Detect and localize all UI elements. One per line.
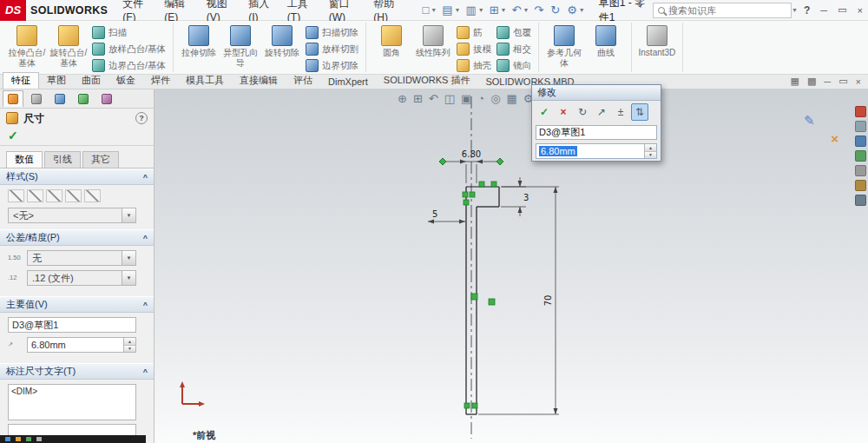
chevron-up-icon[interactable]: ^ xyxy=(143,173,148,182)
sketch-canvas[interactable]: 6.80 5 3 70 xyxy=(155,89,868,443)
tab-evaluate[interactable]: 评估 xyxy=(286,73,320,89)
rebuild-icon[interactable]: ↻ xyxy=(545,3,562,17)
style-dropdown[interactable]: <无> ▼ xyxy=(8,208,136,223)
doc-restore-button[interactable]: ▭ xyxy=(838,76,847,87)
modify-value-spinner[interactable]: ▲ ▼ xyxy=(644,144,656,158)
extrude-cut-button[interactable]: 拉伸切除 xyxy=(178,23,220,58)
dimension-step[interactable] xyxy=(501,177,526,216)
graphics-viewport[interactable]: ⊕ ⊞ ↶ ◫ ▣ ◔ ◎ ▦ ⚙ 6.80 xyxy=(155,89,868,443)
hole-wizard-button[interactable]: 异型孔向导 xyxy=(220,23,261,69)
tab-mold-tools[interactable]: 模具工具 xyxy=(178,73,232,89)
open-doc-caret[interactable]: ▼ xyxy=(455,7,461,13)
right-toolbar-icon-5[interactable] xyxy=(855,165,866,176)
modify-dimension-value-field[interactable]: 6.80mm ▲ ▼ xyxy=(536,143,657,159)
modify-reset-increment-button[interactable]: ↗ xyxy=(593,103,610,121)
chevron-up-icon[interactable]: ^ xyxy=(143,301,148,309)
modify-reverse-sense-button[interactable]: ± xyxy=(612,103,629,121)
dimension-name-field[interactable]: D3@草图1 xyxy=(8,317,136,333)
hide-show-items-icon[interactable]: ◎ xyxy=(490,92,500,105)
precision-dropdown[interactable]: .12 (文件) ▼ xyxy=(27,270,136,286)
modify-dimension-value-text[interactable]: 6.80mm xyxy=(539,146,577,156)
style-add-icon[interactable] xyxy=(27,189,43,202)
print-caret[interactable]: ▼ xyxy=(501,7,507,13)
fillet-button[interactable]: 圆角 xyxy=(371,23,412,58)
view-orientation-icon[interactable]: ▣ xyxy=(461,92,471,105)
rib-button[interactable]: 筋 xyxy=(454,24,494,41)
draft-button[interactable]: 拔模 xyxy=(454,41,494,57)
save-caret[interactable]: ▼ xyxy=(478,7,484,13)
app-restore-button[interactable]: ▭ xyxy=(832,4,852,16)
tab-dimxpert[interactable]: DimXpert xyxy=(320,76,376,89)
dimension-value-field[interactable]: 6.80mm ▲ ▼ xyxy=(27,337,136,353)
mirror-button[interactable]: 镜向 xyxy=(494,57,534,74)
swept-boss-button[interactable]: 扫描 xyxy=(89,24,168,41)
boundary-cut-button[interactable]: 边界切除 xyxy=(303,57,361,74)
dim-text-offset[interactable]: 5 xyxy=(432,209,437,219)
cancel-sketch-icon[interactable]: × xyxy=(831,131,838,146)
spinner-down-icon[interactable]: ▼ xyxy=(124,346,135,353)
spinner-up-icon[interactable]: ▲ xyxy=(645,144,656,152)
right-toolbar-icon-3[interactable] xyxy=(855,136,866,147)
displaymanager-tab[interactable] xyxy=(96,90,117,107)
boundary-boss-button[interactable]: 边界凸台/基体 xyxy=(89,57,168,74)
exit-sketch-icon[interactable]: ✎ xyxy=(804,113,815,129)
featuremanager-tab[interactable] xyxy=(26,90,47,107)
lofted-boss-button[interactable]: 放样凸台/基体 xyxy=(89,41,168,57)
modify-accept-button[interactable]: ✓ xyxy=(536,103,553,121)
right-toolbar-icon-7[interactable] xyxy=(855,195,866,206)
tolerance-dropdown[interactable]: 无 ▼ xyxy=(27,250,136,266)
right-toolbar-icon-1[interactable] xyxy=(855,106,866,117)
dimension-text-input[interactable]: <DIM> xyxy=(8,384,136,420)
save-icon[interactable]: ▥ xyxy=(460,3,477,17)
wrap-button[interactable]: 包覆 xyxy=(494,24,534,41)
chevron-up-icon[interactable]: ^ xyxy=(143,234,148,242)
tab-direct-editing[interactable]: 直接编辑 xyxy=(232,73,286,89)
tab-sketch[interactable]: 草图 xyxy=(39,73,74,89)
right-toolbar-icon-2[interactable] xyxy=(855,121,866,132)
right-toolbar-icon-4[interactable] xyxy=(855,150,866,162)
menu-edit[interactable]: 编辑(E) xyxy=(158,0,201,23)
modify-dialog[interactable]: 修改 ✓ × ↻ ↗ ± ⇅ D3@草图1 6.80mm ▲ ▼ xyxy=(531,84,661,162)
modify-spinbox-increment-button[interactable]: ⇅ xyxy=(631,103,648,121)
style-update-icon[interactable] xyxy=(46,189,62,202)
dimension-value-spinner[interactable]: ▲ ▼ xyxy=(123,338,135,352)
propertymanager-tab[interactable] xyxy=(3,90,23,107)
dim-handle-diamond[interactable] xyxy=(439,158,446,165)
app-minimize-button[interactable]: ─ xyxy=(815,5,832,16)
tab-surfaces[interactable]: 曲面 xyxy=(74,73,108,89)
menu-insert[interactable]: 插入(I) xyxy=(242,0,281,23)
knowledge-search-box[interactable]: ▼ xyxy=(653,3,792,18)
doc-minimize-button[interactable]: ─ xyxy=(824,76,831,87)
viewport-layout-icon[interactable]: ▦ xyxy=(791,76,799,87)
dim-text-step[interactable]: 3 xyxy=(523,193,529,202)
instant3d-button[interactable]: Instant3D xyxy=(636,23,678,58)
precision-dropdown-caret[interactable]: ▼ xyxy=(122,271,135,285)
options-gear-icon[interactable]: ⚙ xyxy=(562,3,579,17)
spinner-up-icon[interactable]: ▲ xyxy=(124,338,135,346)
configurationmanager-tab[interactable] xyxy=(49,90,70,107)
undo-icon[interactable]: ↶ xyxy=(507,3,523,17)
section-view-icon[interactable]: ◫ xyxy=(444,92,455,105)
options-caret[interactable]: ▼ xyxy=(579,7,585,13)
tab-weldments[interactable]: 焊件 xyxy=(143,73,178,89)
spinner-down-icon[interactable]: ▼ xyxy=(645,152,656,159)
section-style-header[interactable]: 样式(S) ^ xyxy=(0,169,154,185)
print-icon[interactable]: ⊞ xyxy=(484,3,501,17)
taskbar-icon-1[interactable] xyxy=(5,437,10,441)
display-style-icon[interactable]: ◔ xyxy=(477,92,484,105)
taskbar-icon-2[interactable] xyxy=(16,437,21,441)
app-close-button[interactable]: × xyxy=(852,5,868,16)
tab-sheet-metal[interactable]: 钣金 xyxy=(108,73,143,89)
section-tolerance-header[interactable]: 公差/精度(P) ^ xyxy=(0,229,154,246)
style-dropdown-caret[interactable]: ▼ xyxy=(122,208,135,222)
subtab-leaders[interactable]: 引线 xyxy=(44,151,81,168)
help-button[interactable]: ? xyxy=(799,4,815,17)
revolve-cut-button[interactable]: 旋转切除 xyxy=(261,23,303,58)
dim-text-height[interactable]: 70 xyxy=(543,295,553,307)
style-save-icon[interactable] xyxy=(65,189,82,202)
taskbar-icon-3[interactable] xyxy=(26,437,31,441)
revolve-boss-button[interactable]: 旋转凸台/基体 xyxy=(48,23,89,69)
lofted-cut-button[interactable]: 放样切割 xyxy=(303,41,361,57)
section-dimtext-header[interactable]: 标注尺寸文字(T) ^ xyxy=(0,363,154,380)
menu-file[interactable]: 文件(F) xyxy=(116,0,158,23)
